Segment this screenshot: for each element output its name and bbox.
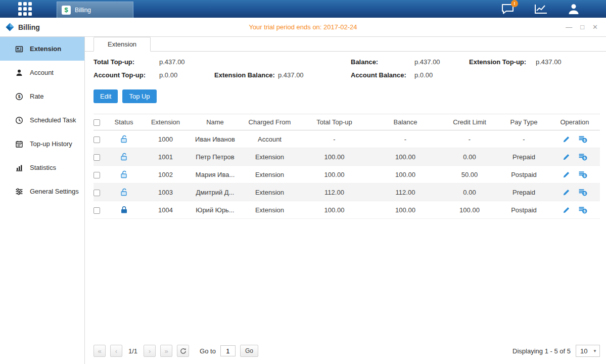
edit-button[interactable]: Edit <box>94 89 118 103</box>
row-checkbox[interactable] <box>94 207 100 214</box>
goto-page-input[interactable] <box>220 345 236 356</box>
sidebar-item-label: Scheduled Task <box>30 116 76 124</box>
sidebar-item-account[interactable]: Account <box>0 61 84 84</box>
refresh-button[interactable] <box>177 345 189 357</box>
row-checkbox[interactable] <box>94 172 100 178</box>
col-name: Name <box>190 114 241 130</box>
go-button[interactable]: Go <box>240 345 258 357</box>
page-size-select[interactable]: 10 ▼ <box>576 345 600 357</box>
sidebar-item-label: General Settings <box>30 188 79 195</box>
cell-balance: 100.00 <box>370 148 441 166</box>
sidebar-item-general-settings[interactable]: General Settings <box>0 179 84 203</box>
billing-app-icon <box>6 23 14 31</box>
select-all-checkbox[interactable] <box>94 119 100 126</box>
cell-extension: 1000 <box>142 130 190 148</box>
topup-icon[interactable]: $ <box>579 188 587 196</box>
cell-credit-limit: - <box>441 130 498 148</box>
close-icon[interactable]: ✕ <box>592 24 598 30</box>
first-page-button[interactable]: « <box>94 345 106 357</box>
topbar-tab-billing[interactable]: $ Billing <box>57 2 133 18</box>
topup-icon[interactable]: $ <box>579 153 587 161</box>
cell-charged-from: Extension <box>241 148 299 166</box>
cell-total-topup: 112.00 <box>299 184 370 201</box>
account-balance-value: p.0.00 <box>414 71 469 79</box>
main-panel: Extension Total Top-up: p.437.00 Balance… <box>85 37 606 364</box>
cell-status <box>106 130 142 148</box>
apps-grid-icon[interactable] <box>18 2 32 16</box>
cell-name: Мария Ива... <box>190 166 241 184</box>
status-unlocked-icon <box>120 153 128 161</box>
col-status: Status <box>106 114 142 130</box>
topup-icon[interactable]: $ <box>579 170 587 178</box>
notifications-chat-icon[interactable]: ! <box>501 4 514 14</box>
page-size-value: 10 <box>580 347 587 355</box>
sidebar-item-rate[interactable]: $ Rate <box>0 84 84 108</box>
col-extension: Extension <box>142 114 190 130</box>
row-checkbox[interactable] <box>94 190 100 196</box>
next-page-button[interactable]: › <box>144 345 156 357</box>
edit-icon[interactable] <box>563 153 570 161</box>
top-up-button[interactable]: Top Up <box>122 89 156 103</box>
table-row: 1003 Дмитрий Д... Extension 112.00 112.0… <box>94 184 600 201</box>
cell-status <box>106 184 142 201</box>
sidebar-item-topup-history[interactable]: Top-up History <box>0 132 84 156</box>
edit-icon[interactable] <box>563 135 570 143</box>
user-account-icon[interactable] <box>568 4 580 15</box>
account-icon <box>15 69 23 77</box>
last-page-button[interactable]: » <box>160 345 172 357</box>
maximize-icon[interactable]: □ <box>580 24 584 30</box>
cell-extension: 1002 <box>142 166 190 184</box>
sidebar-item-label: Statistics <box>30 164 56 171</box>
minimize-icon[interactable]: — <box>566 24 572 30</box>
cell-select <box>94 166 106 184</box>
topup-icon[interactable]: $ <box>579 135 587 143</box>
statistics-icon <box>15 164 23 172</box>
edit-icon[interactable] <box>563 171 570 178</box>
select-all-cell <box>94 114 106 130</box>
cell-charged-from: Extension <box>241 184 299 201</box>
row-checkbox[interactable] <box>94 154 100 161</box>
sidebar-item-statistics[interactable]: Statistics <box>0 156 84 179</box>
sidebar: Extension Account $ Rate Scheduled Task … <box>0 37 85 364</box>
sidebar-item-label: Extension <box>30 45 61 53</box>
cell-name: Дмитрий Д... <box>190 184 241 201</box>
cell-operation: $ <box>549 166 600 184</box>
edit-icon[interactable] <box>563 189 570 196</box>
topup-history-icon <box>15 140 23 148</box>
cell-credit-limit: 0.00 <box>441 148 498 166</box>
window-titlebar: Billing Your trial period ends on: 2017-… <box>0 18 606 37</box>
row-checkbox[interactable] <box>94 136 100 143</box>
edit-icon[interactable] <box>563 206 570 214</box>
table-row: 1000 Иван Иванов Account - - - - $ <box>94 130 600 148</box>
scheduled-task-icon <box>15 116 23 124</box>
tab-extension[interactable]: Extension <box>94 37 151 52</box>
cell-balance: 112.00 <box>370 184 441 201</box>
cell-name: Иван Иванов <box>190 130 241 148</box>
account-balance-label: Account Balance: <box>351 71 414 79</box>
cell-operation: $ <box>549 201 600 219</box>
cell-credit-limit: 100.00 <box>441 201 498 219</box>
displaying-text: Displaying 1 - 5 of 5 <box>512 347 571 355</box>
topup-icon[interactable]: $ <box>579 206 587 214</box>
statistics-chart-icon[interactable] <box>534 4 547 14</box>
account-topup-label: Account Top-up: <box>94 71 159 79</box>
window-title-group: Billing <box>6 23 40 31</box>
screen: $ Billing ! Billing Your trial period en… <box>0 0 606 364</box>
prev-page-button[interactable]: ‹ <box>110 345 122 357</box>
cell-total-topup: 100.00 <box>299 148 370 166</box>
sidebar-item-scheduled-task[interactable]: Scheduled Task <box>0 108 84 132</box>
total-topup-label: Total Top-up: <box>94 58 159 66</box>
cell-credit-limit: 0.00 <box>441 184 498 201</box>
cell-operation: $ <box>549 148 600 166</box>
cell-select <box>94 148 106 166</box>
cell-pay-type: Prepaid <box>498 184 549 201</box>
cell-balance: 100.00 <box>370 201 441 219</box>
rate-icon: $ <box>15 93 23 101</box>
goto-label: Go to <box>200 347 216 355</box>
cell-select <box>94 184 106 201</box>
table-row: 1004 Юрий Юрь... Extension 100.00 100.00… <box>94 201 600 219</box>
pagination-bar: « ‹ 1/1 › » Go to Go Displaying 1 - 5 of… <box>94 343 600 361</box>
sidebar-item-extension[interactable]: Extension <box>0 37 84 61</box>
billing-dollar-icon: $ <box>62 6 71 15</box>
chevron-down-icon: ▼ <box>593 349 597 353</box>
